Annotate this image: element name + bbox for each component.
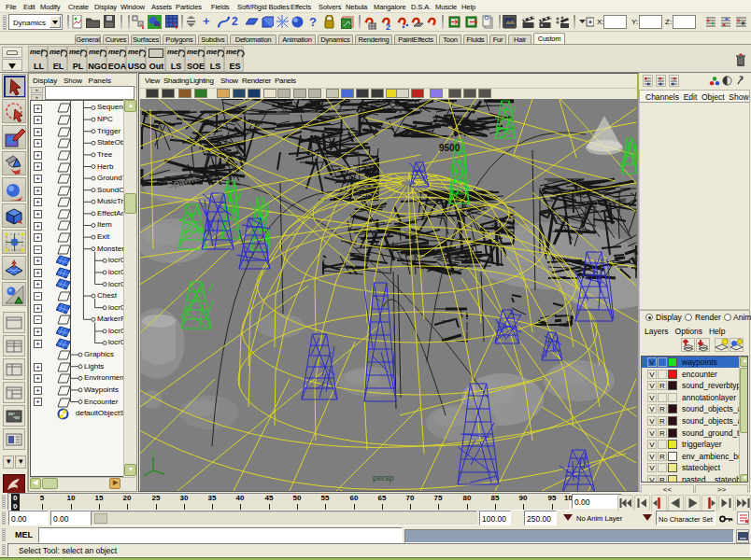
svg-text:2: 2 bbox=[386, 22, 390, 30]
svg-text:persp: persp bbox=[373, 473, 394, 483]
svg-text:9500: 9500 bbox=[439, 143, 461, 153]
svg-text:y: y bbox=[151, 449, 155, 456]
